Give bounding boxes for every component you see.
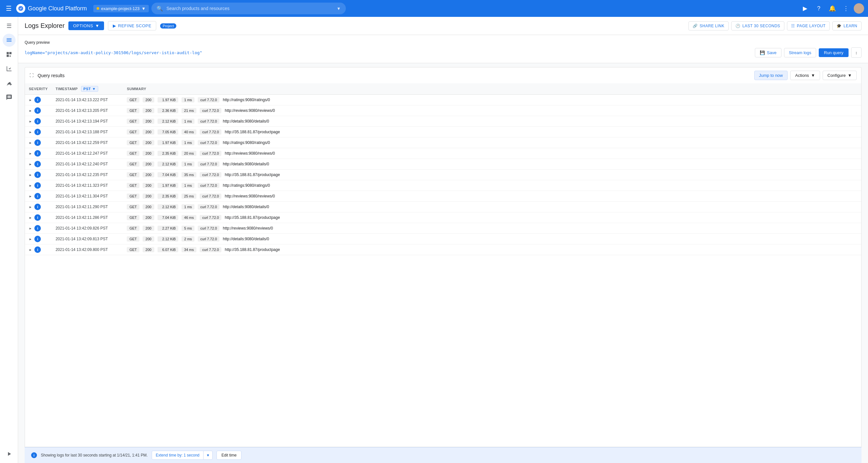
table-row[interactable]: ► i 2021-01-14 13:42:12.240 PST GET 200 …: [25, 159, 861, 169]
row-expand-arrow[interactable]: ►: [29, 248, 32, 252]
extend-main-label[interactable]: Extend time by: 1 second: [152, 451, 204, 459]
time-badge: 1 ms: [182, 161, 194, 167]
stream-logs-button[interactable]: Stream logs: [784, 48, 816, 57]
row-expand-arrow[interactable]: ►: [29, 194, 32, 198]
table-row[interactable]: ► i 2021-01-14 13:42:09.800 PST GET 200 …: [25, 244, 861, 255]
cloud-shell-button[interactable]: ▶: [799, 3, 811, 14]
agent-badge: curl 7.72.0: [200, 172, 221, 177]
nav-item-metrics[interactable]: [3, 62, 16, 75]
severity-badge: i: [34, 172, 41, 178]
table-row[interactable]: ► i 2021-01-14 13:42:13.194 PST GET 200 …: [25, 116, 861, 127]
actions-button[interactable]: Actions ▼: [790, 71, 820, 80]
table-row[interactable]: ► i 2021-01-14 13:42:09.826 PST GET 200 …: [25, 223, 861, 234]
table-row[interactable]: ► i 2021-01-14 13:42:13.222 PST GET 200 …: [25, 95, 861, 105]
summary-cell: GET 200 2.35 KiB 20 ms curl 7.72.0 http:…: [123, 148, 861, 159]
learn-button[interactable]: 🎓 LEARN: [832, 22, 862, 30]
table-row[interactable]: ► i 2021-01-14 13:42:12.259 PST GET 200 …: [25, 137, 861, 148]
method-badge: GET: [127, 119, 140, 124]
row-expand-arrow[interactable]: ►: [29, 227, 32, 230]
severity-badge: i: [34, 204, 41, 210]
refine-scope-button[interactable]: ▶ REFINE SCOPE: [108, 21, 156, 30]
summary-cell: GET 200 1.97 KiB 1 ms curl 7.72.0 http:/…: [123, 95, 861, 105]
summary-cell: GET 200 7.04 KiB 46 ms curl 7.72.0 http:…: [123, 212, 861, 223]
agent-badge: curl 7.72.0: [200, 129, 221, 134]
last-seconds-button[interactable]: 🕐 LAST 30 SECONDS: [731, 22, 784, 30]
project-name: example-project-123: [101, 6, 140, 11]
edit-time-button[interactable]: Edit time: [217, 451, 242, 460]
jump-to-now-button[interactable]: Jump to now: [754, 71, 788, 80]
table-row[interactable]: ► i 2021-01-14 13:42:09.813 PST GET 200 …: [25, 234, 861, 244]
url-text: http://details:9080/details/0: [223, 205, 269, 209]
page-layout-button[interactable]: ☷ PAGE LAYOUT: [787, 22, 830, 30]
agent-badge: curl 7.72.0: [200, 108, 221, 113]
status-badge: 200: [143, 204, 154, 210]
nav-item-menu[interactable]: ☰: [3, 20, 16, 32]
time-badge: 46 ms: [182, 215, 196, 220]
project-selector[interactable]: example-project-123 ▼: [93, 5, 149, 12]
nav-item-logs[interactable]: [3, 34, 16, 47]
url-text: http://35.188.81.87/productpage: [225, 173, 280, 177]
nav-item-bottom[interactable]: [3, 447, 16, 460]
table-row[interactable]: ► i 2021-01-14 13:42:11.323 PST GET 200 …: [25, 180, 861, 191]
nav-item-chat[interactable]: [3, 91, 16, 104]
severity-cell: ► i: [25, 234, 52, 244]
configure-button[interactable]: Configure ▼: [823, 71, 857, 80]
table-row[interactable]: ► i 2021-01-14 13:42:12.235 PST GET 200 …: [25, 169, 861, 180]
col-severity: SEVERITY: [25, 83, 52, 95]
severity-badge: i: [34, 182, 41, 189]
row-expand-arrow[interactable]: ►: [29, 184, 32, 187]
url-text: http://details:9080/details/0: [223, 237, 269, 241]
method-badge: GET: [127, 226, 140, 231]
timezone-sort[interactable]: PST ▼: [81, 86, 98, 92]
notifications-button[interactable]: 🔔: [827, 3, 838, 14]
fullscreen-icon[interactable]: ⛶: [30, 73, 34, 78]
row-expand-arrow[interactable]: ►: [29, 205, 32, 209]
nav-item-traces[interactable]: [3, 76, 16, 90]
row-expand-arrow[interactable]: ►: [29, 216, 32, 219]
table-row[interactable]: ► i 2021-01-14 13:42:12.247 PST GET 200 …: [25, 148, 861, 159]
url-text: http://reviews:9080/reviews/0: [225, 194, 275, 198]
row-expand-arrow[interactable]: ►: [29, 109, 32, 113]
table-row[interactable]: ► i 2021-01-14 13:42:11.286 PST GET 200 …: [25, 212, 861, 223]
extend-time-button[interactable]: Extend time by: 1 second ▼: [152, 451, 213, 460]
method-badge: GET: [127, 236, 140, 242]
method-badge: GET: [127, 161, 140, 167]
collapse-button[interactable]: ↕: [851, 47, 862, 58]
nav-item-dashboard[interactable]: [3, 48, 16, 61]
run-query-button[interactable]: Run query: [819, 48, 848, 57]
project-dot: [97, 7, 99, 10]
table-header-row: SEVERITY TIMESTAMP PST ▼: [25, 83, 861, 95]
agent-badge: curl 7.72.0: [200, 215, 221, 220]
table-row[interactable]: ► i 2021-01-14 13:42:11.304 PST GET 200 …: [25, 191, 861, 202]
extend-dropdown-icon[interactable]: ▼: [204, 451, 212, 459]
row-expand-arrow[interactable]: ►: [29, 120, 32, 123]
save-button[interactable]: 💾 Save: [755, 48, 781, 57]
user-avatar[interactable]: [854, 3, 864, 13]
timestamp-cell: 2021-01-14 13:42:13.205 PST: [52, 105, 123, 116]
severity-badge: i: [34, 193, 41, 199]
timestamp-cell: 2021-01-14 13:42:12.240 PST: [52, 159, 123, 169]
hamburger-menu[interactable]: ☰: [4, 3, 13, 14]
search-input[interactable]: [166, 6, 333, 11]
col-timestamp[interactable]: TIMESTAMP PST ▼: [52, 83, 123, 95]
row-expand-arrow[interactable]: ►: [29, 141, 32, 145]
url-text: http://35.188.81.87/productpage: [225, 130, 280, 134]
row-expand-arrow[interactable]: ►: [29, 130, 32, 134]
results-table-container: SEVERITY TIMESTAMP PST ▼: [25, 83, 862, 447]
row-expand-arrow[interactable]: ►: [29, 162, 32, 166]
search-bar: 🔍 ▼: [151, 3, 346, 14]
row-expand-arrow[interactable]: ►: [29, 152, 32, 155]
row-expand-arrow[interactable]: ►: [29, 98, 32, 102]
row-expand-arrow[interactable]: ►: [29, 237, 32, 241]
url-text: http://details:9080/details/0: [223, 162, 269, 166]
status-badge: 200: [143, 236, 154, 242]
share-link-button[interactable]: 🔗 SHARE LINK: [688, 22, 728, 30]
table-row[interactable]: ► i 2021-01-14 13:42:13.188 PST GET 200 …: [25, 127, 861, 137]
more-options-button[interactable]: ⋮: [840, 3, 852, 14]
table-row[interactable]: ► i 2021-01-14 13:42:13.205 PST GET 200 …: [25, 105, 861, 116]
table-row[interactable]: ► i 2021-01-14 13:42:11.290 PST GET 200 …: [25, 202, 861, 212]
status-badge: 200: [143, 215, 154, 220]
row-expand-arrow[interactable]: ►: [29, 173, 32, 177]
options-button[interactable]: OPTIONS ▼: [68, 22, 104, 30]
help-button[interactable]: ?: [813, 3, 825, 14]
